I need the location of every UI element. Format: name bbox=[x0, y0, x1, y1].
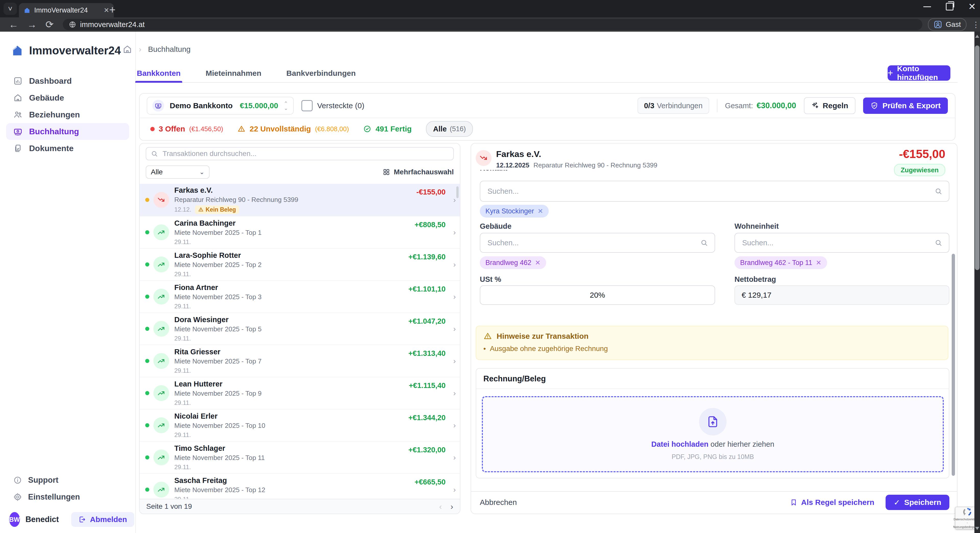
window-minimize-button[interactable] bbox=[923, 6, 931, 7]
filter-open-label: 3 Offen bbox=[159, 124, 185, 133]
account-selector[interactable]: Demo Bankkonto €15.000,00 ⌃⌃ bbox=[147, 97, 294, 115]
new-tab-button[interactable]: + bbox=[109, 5, 116, 15]
sidebar-item-gebaeude[interactable]: Gebäude bbox=[6, 89, 129, 106]
save-as-rule-button[interactable]: Als Regel speichern bbox=[790, 498, 874, 507]
multi-select-toggle[interactable]: Mehrfachauswahl bbox=[383, 168, 454, 176]
transaction-date: 29.11. bbox=[174, 496, 191, 499]
gebaeude-chip[interactable]: Brandlweg 462 ✕ bbox=[480, 256, 546, 269]
transaction-row[interactable]: Fiona Artner Miete November 2025 - Top 3… bbox=[140, 280, 460, 312]
bank-account-icon bbox=[152, 100, 164, 111]
transaction-row[interactable]: Farkas e.V. Reparatur Reichlweg 90 - Rec… bbox=[140, 184, 460, 216]
chevron-right-icon: › bbox=[453, 389, 456, 398]
browser-profile-button[interactable]: Gast bbox=[928, 18, 966, 31]
browser-back-button[interactable]: ← bbox=[9, 19, 18, 30]
transaction-row[interactable]: Nicolai Erler Miete November 2025 - Top … bbox=[140, 409, 460, 441]
list-scrollbar[interactable] bbox=[456, 186, 458, 198]
status-dot-icon bbox=[145, 327, 149, 331]
filter-all[interactable]: Alle (516) bbox=[426, 121, 473, 137]
detail-footer: Abbrechen Als Regel speichern ✓ Speicher… bbox=[480, 492, 950, 513]
scrollbar-thumb[interactable] bbox=[975, 45, 980, 270]
transaction-row[interactable]: Dora Wiesinger Miete November 2025 - Top… bbox=[140, 312, 460, 345]
direction-avatar-icon bbox=[153, 450, 169, 465]
status-badge: Zugewiesen bbox=[894, 164, 945, 176]
wohneinheit-chip-label: Brandlweg 462 - Top 11 bbox=[740, 259, 812, 267]
contact-search-input[interactable] bbox=[487, 187, 935, 196]
chevron-right-icon: › bbox=[453, 421, 456, 430]
window-close-button[interactable]: ✕ bbox=[968, 2, 976, 11]
cancel-button[interactable]: Abbrechen bbox=[480, 498, 517, 507]
transaction-row[interactable]: Rita Griesser Miete November 2025 - Top … bbox=[140, 345, 460, 377]
ust-select[interactable]: 20% bbox=[480, 285, 715, 305]
transaction-row[interactable]: Carina Bachinger Miete November 2025 - T… bbox=[140, 216, 460, 248]
sidebar-item-dashboard[interactable]: Dashboard bbox=[6, 73, 129, 89]
direction-avatar-icon bbox=[153, 385, 169, 401]
detail-amount: -€155,00 bbox=[899, 147, 945, 161]
detail-panel-scrollbar[interactable] bbox=[952, 254, 955, 476]
url-bar[interactable]: immoverwalter24.at bbox=[63, 19, 922, 30]
filter-open[interactable]: 3 Offen (€1.456,50) bbox=[150, 124, 223, 133]
remove-icon[interactable]: ✕ bbox=[535, 259, 541, 267]
filter-done[interactable]: 491 Fertig bbox=[363, 124, 412, 133]
transaction-search-input[interactable] bbox=[162, 150, 449, 158]
scroll-up-icon[interactable] bbox=[975, 35, 979, 38]
transaction-amount: +€808,50 bbox=[414, 221, 445, 229]
browser-tab[interactable]: ImmoVerwalter24 ✕ bbox=[19, 3, 114, 18]
logout-button[interactable]: Abmelden bbox=[71, 512, 134, 527]
site-info-icon[interactable] bbox=[69, 21, 76, 28]
transaction-row[interactable]: Lara-Sophie Rotter Miete November 2025 -… bbox=[140, 248, 460, 280]
chevron-right-icon: › bbox=[453, 228, 456, 237]
browser-scrollbar[interactable] bbox=[974, 32, 980, 533]
sidebar-item-buchhaltung[interactable]: Buchhaltung bbox=[6, 123, 129, 140]
breadcrumb-chevron-icon: › bbox=[139, 45, 142, 54]
transaction-search[interactable] bbox=[146, 147, 454, 160]
transaction-row[interactable]: Timo Schlager Miete November 2025 - Top … bbox=[140, 441, 460, 473]
transaction-row[interactable]: Sascha Freitag Miete November 2025 - Top… bbox=[140, 473, 460, 499]
window-restore-button[interactable] bbox=[946, 3, 953, 11]
sidebar-item-dokumente[interactable]: Dokumente bbox=[6, 140, 129, 157]
next-page-button[interactable]: › bbox=[450, 502, 453, 511]
tab-mieteinnahmen[interactable]: Mieteinnahmen bbox=[205, 67, 262, 82]
avatar: BW bbox=[9, 512, 20, 527]
file-dropzone[interactable]: Datei hochladen oder hierher ziehen PDF,… bbox=[482, 396, 944, 472]
transaction-row[interactable]: Lean Hutterer Miete November 2025 - Top … bbox=[140, 377, 460, 409]
total-value: €30.000,00 bbox=[756, 101, 796, 110]
prev-page-button[interactable]: ‹ bbox=[439, 502, 442, 511]
total-balance: Gesamt: €30.000,00 bbox=[725, 101, 796, 110]
tab-bankkonten[interactable]: Bankkonten bbox=[136, 67, 182, 82]
section-tabs: Bankkonten Mieteinnahmen Bankverbindunge… bbox=[135, 67, 958, 83]
browser-reload-button[interactable]: ⟳ bbox=[45, 19, 54, 30]
type-filter-select[interactable]: Alle ⌄ bbox=[146, 165, 210, 179]
warning-title: Hinweise zur Transaktion bbox=[496, 332, 589, 340]
remove-icon[interactable]: ✕ bbox=[816, 259, 821, 267]
hidden-accounts-checkbox[interactable]: Versteckte (0) bbox=[301, 100, 364, 111]
wohneinheit-search-field[interactable] bbox=[735, 233, 950, 253]
scroll-down-icon[interactable] bbox=[975, 527, 979, 530]
rules-button[interactable]: Regeln bbox=[804, 97, 856, 114]
filter-incomplete[interactable]: 22 Unvollständig (€6.808,00) bbox=[237, 124, 349, 133]
gebaeude-search-input[interactable] bbox=[487, 239, 700, 247]
app-logo[interactable]: Immoverwalter24 bbox=[10, 43, 121, 58]
browser-menu-icon[interactable]: ⋮ bbox=[972, 20, 980, 29]
tab-bankverbindungen[interactable]: Bankverbindungen bbox=[285, 67, 357, 82]
banknote-icon bbox=[13, 127, 22, 136]
netto-field[interactable]: € 129,17 bbox=[735, 285, 950, 305]
wohneinheit-search-input[interactable] bbox=[741, 239, 935, 247]
sidebar-item-beziehungen[interactable]: Beziehungen bbox=[6, 106, 129, 123]
sidebar-item-einstellungen[interactable]: Einstellungen bbox=[6, 490, 129, 504]
remove-icon[interactable]: ✕ bbox=[538, 207, 543, 215]
save-button[interactable]: ✓ Speichern bbox=[886, 495, 950, 510]
contact-chip[interactable]: Kyra Stockinger ✕ bbox=[480, 205, 549, 218]
sidebar-item-support[interactable]: Support bbox=[6, 473, 129, 488]
gebaeude-search-field[interactable] bbox=[480, 233, 715, 253]
checkbox-icon[interactable] bbox=[301, 100, 313, 111]
tab-close-icon[interactable]: ✕ bbox=[103, 6, 109, 14]
wohneinheit-chip[interactable]: Brandlweg 462 - Top 11 ✕ bbox=[735, 256, 827, 269]
upload-cta[interactable]: Datei hochladen oder hierher ziehen bbox=[651, 440, 774, 449]
ust-value: 20% bbox=[590, 291, 605, 299]
filter-open-amount: (€1.456,50) bbox=[189, 125, 223, 133]
home-icon[interactable] bbox=[123, 45, 132, 54]
browser-forward-button[interactable]: → bbox=[27, 19, 37, 30]
check-export-button[interactable]: Prüfen & Export bbox=[863, 97, 948, 114]
tab-search-chevron-icon[interactable]: ˅ bbox=[3, 3, 17, 15]
contact-search-field[interactable] bbox=[480, 181, 950, 202]
